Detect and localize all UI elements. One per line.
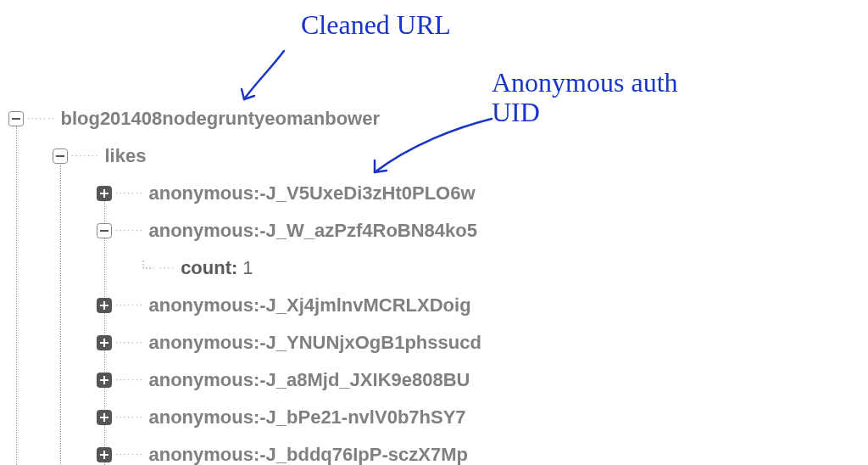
expand-icon[interactable] <box>97 373 112 388</box>
expand-icon[interactable] <box>97 410 112 425</box>
annotation-cleaned-url: Cleaned URL <box>301 10 451 40</box>
expand-icon[interactable] <box>97 335 112 350</box>
tree-node-label: blog201408nodegruntyeomanbower <box>60 108 380 130</box>
tree-leaf-count: ···· count: 1 <box>8 249 497 287</box>
expand-icon[interactable] <box>97 447 112 462</box>
tree-connector: ······· <box>112 301 148 310</box>
tree-connector: ······· <box>112 189 148 198</box>
tree-leaf-key: count: <box>181 257 237 279</box>
expand-icon[interactable] <box>97 298 112 313</box>
collapse-icon[interactable] <box>53 148 68 164</box>
tree-node-root[interactable]: ······· blog201408nodegruntyeomanbower <box>8 100 497 137</box>
tree-node-uid[interactable]: ······· anonymous:-J_W_azPzf4RoBN84ko5 <box>8 212 497 249</box>
tree-connector: ······· <box>112 339 148 347</box>
tree-node-label: anonymous:-J_V5UxeDi3zHt0PLO6w <box>148 182 475 204</box>
tree-leaf-value: 1 <box>242 257 253 279</box>
annotation-line2: UID <box>492 97 540 127</box>
tree-node-label: likes <box>104 145 146 167</box>
tree-node-uid[interactable]: ······· anonymous:-J_bddq76IpP-sczX7Mp <box>8 436 497 465</box>
tree-connector: ······· <box>112 227 148 235</box>
tree-node-uid[interactable]: ······· anonymous:-J_YNUNjxOgB1phssucd <box>8 324 497 361</box>
expand-icon[interactable] <box>97 186 112 201</box>
tree-connector: ······· <box>112 451 148 459</box>
tree-node-label: anonymous:-J_Xj4jmlnvMCRLXDoig <box>148 294 470 317</box>
tree-connector: ······· <box>112 413 148 422</box>
tree-node-uid[interactable]: ······· anonymous:-J_bPe21-nvlV0b7hSY7 <box>8 399 497 436</box>
tree-node-label: anonymous:-J_bddq76IpP-sczX7Mp <box>148 444 468 465</box>
tree-node-uid[interactable]: ······· anonymous:-J_V5UxeDi3zHt0PLO6w <box>8 175 497 212</box>
collapse-icon[interactable] <box>8 111 24 126</box>
tree-connector: ······· <box>68 152 104 160</box>
tree-node-label: anonymous:-J_bPe21-nvlV0b7hSY7 <box>148 406 465 429</box>
collapse-icon[interactable] <box>97 223 112 238</box>
tree-node-uid[interactable]: ······· anonymous:-J_Xj4jmlnvMCRLXDoig <box>8 287 497 324</box>
tree-connector: ······· <box>24 115 60 123</box>
tree-connector: ···· <box>156 264 181 272</box>
tree-connector: ······· <box>112 376 148 384</box>
tree-node-label: anonymous:-J_YNUNjxOgB1phssucd <box>148 332 481 354</box>
annotation-anon-uid: Anonymous auth UID <box>492 68 678 127</box>
leaf-corner-icon <box>141 261 156 276</box>
annotation-line1: Anonymous auth <box>492 67 678 98</box>
tree-view: ······· blog201408nodegruntyeomanbower ·… <box>8 100 497 465</box>
tree-node-uid[interactable]: ······· anonymous:-J_a8Mjd_JXIK9e808BU <box>8 361 497 399</box>
tree-node-label: anonymous:-J_W_azPzf4RoBN84ko5 <box>148 220 477 242</box>
tree-node-label: anonymous:-J_a8Mjd_JXIK9e808BU <box>148 369 470 391</box>
tree-node-likes[interactable]: ······· likes <box>8 137 497 175</box>
